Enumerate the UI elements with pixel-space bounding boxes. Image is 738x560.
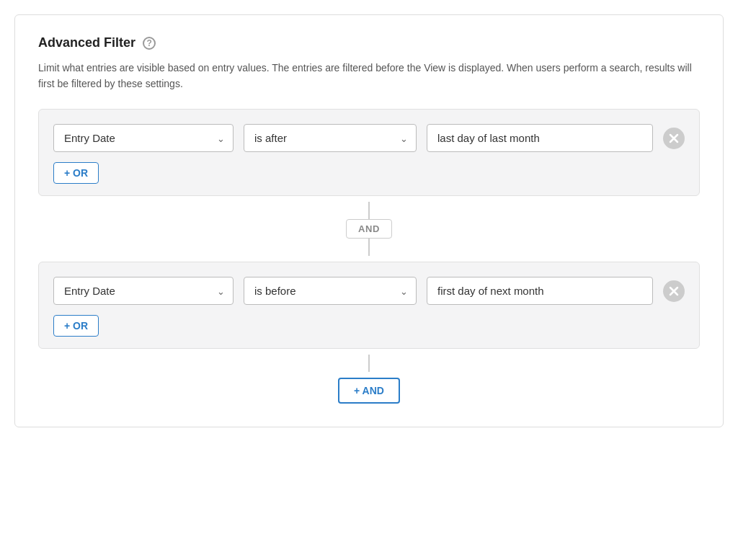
advanced-filter-container: Advanced Filter ? Limit what entries are… [14,14,724,427]
or-button-1[interactable]: + OR [53,162,99,184]
and-badge: AND [346,219,392,239]
operator-select-wrapper-1: is after is before is on is not on ⌄ [244,124,417,152]
filter-row-1: Entry Date Date Entry ⌄ is after is befo… [53,124,685,152]
field-select-wrapper-2: Entry Date Date Entry ⌄ [53,277,234,305]
add-and-button[interactable]: + AND [338,378,400,404]
filter-row-2: Entry Date Date Entry ⌄ is after is befo… [53,277,685,305]
close-icon-2 [669,286,679,296]
help-icon[interactable]: ? [143,37,156,50]
operator-select-wrapper-2: is after is before is on is not on ⌄ [244,277,417,305]
value-field-1[interactable]: last day of last month [427,124,653,152]
operator-select-2[interactable]: is after is before is on is not on [244,277,417,305]
bottom-connector-line [368,355,370,372]
connector-line-top [368,202,370,219]
operator-select-1[interactable]: is after is before is on is not on [244,124,417,152]
description-text: Limit what entries are visible based on … [38,61,700,92]
header: Advanced Filter ? [38,35,700,50]
filter-group-1: Entry Date Date Entry ⌄ is after is befo… [38,109,700,196]
close-icon [669,133,679,143]
connector-line-bottom [368,239,370,256]
value-field-2[interactable]: first day of next month [427,277,653,305]
bottom-connector [38,349,700,378]
remove-filter-2-button[interactable] [663,280,685,302]
field-select-1[interactable]: Entry Date Date Entry [53,124,234,152]
filter-group-2: Entry Date Date Entry ⌄ is after is befo… [38,262,700,349]
or-button-2[interactable]: + OR [53,315,99,337]
and-connector: AND [38,196,700,262]
field-select-wrapper-1: Entry Date Date Entry ⌄ [53,124,234,152]
page-title: Advanced Filter [38,35,135,50]
remove-filter-1-button[interactable] [663,128,685,149]
field-select-2[interactable]: Entry Date Date Entry [53,277,234,305]
